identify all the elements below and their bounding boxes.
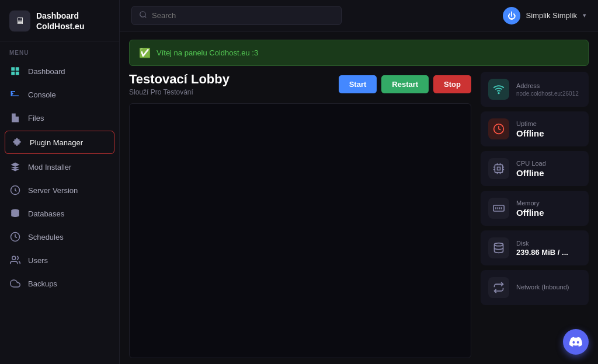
version-icon [9, 184, 21, 196]
server-header: Testovací Lobby Slouží Pro Testování Sta… [129, 72, 471, 96]
sidebar-item-label: Databases [28, 209, 64, 218]
stat-uptime: Uptime Offline [481, 111, 589, 146]
svg-rect-18 [493, 205, 504, 211]
nav-databases[interactable]: Databases [0, 202, 119, 225]
server-title-block: Testovací Lobby Slouží Pro Testování [129, 72, 230, 96]
sidebar-item-label: Dashboard [28, 67, 65, 76]
stat-disk: Disk 239.86 MiB / ... [481, 230, 589, 265]
discord-button[interactable] [563, 329, 589, 355]
memory-icon-box [488, 198, 509, 219]
console-area [129, 103, 471, 358]
dashboard-icon [9, 65, 21, 77]
stat-network-info: Network (Inbound) [516, 284, 569, 292]
svg-rect-9 [498, 167, 500, 170]
start-button[interactable]: Start [339, 75, 377, 93]
brand-icon: 🖥 [15, 16, 25, 26]
wifi-icon [493, 83, 505, 95]
stat-memory-info: Memory Offline [516, 200, 544, 218]
files-icon [9, 112, 21, 124]
user-avatar: ⏻ [503, 7, 520, 24]
sidebar-item-label: Schedules [28, 233, 64, 242]
svg-point-4 [140, 12, 145, 17]
main-area: ⏻ Simplik Simplik ▾ ✅ Vítej na panelu Co… [120, 0, 598, 364]
chevron-down-icon: ▾ [583, 12, 586, 19]
server-actions: Start Restart Stop [339, 75, 471, 93]
console-icon [9, 89, 21, 100]
discord-icon [569, 335, 582, 348]
nav-plugin-manager[interactable]: Plugin Manager [5, 131, 114, 154]
sidebar: 🖥 Dashboard ColdHost.eu MENU Dashboard C… [0, 0, 120, 364]
stat-cpu-info: CPU Load Offline [516, 160, 546, 178]
users-icon [9, 254, 21, 266]
stat-memory-label: Memory [516, 200, 544, 206]
power-icon: ⏻ [507, 11, 516, 20]
stats-panel: Address node.coldhost.eu:26012 Uptime Of… [481, 72, 589, 358]
sidebar-item-label: Plugin Manager [30, 138, 83, 147]
stat-network-label: Network (Inbound) [516, 284, 569, 290]
sidebar-item-label: Files [28, 114, 44, 123]
brand-avatar: 🖥 [9, 10, 30, 32]
sidebar-item-label: Console [28, 90, 56, 99]
banner-message: Vítej na panelu Coldhost.eu :3 [157, 48, 258, 57]
stat-uptime-info: Uptime Offline [516, 120, 544, 138]
search-box[interactable] [131, 6, 342, 25]
sidebar-brand: 🖥 Dashboard ColdHost.eu [0, 0, 119, 41]
nav-files[interactable]: Files [0, 106, 119, 130]
stat-address-label: Address [516, 82, 579, 89]
network-icon [493, 282, 505, 293]
cpu-icon-box [488, 158, 509, 179]
server-main: Testovací Lobby Slouží Pro Testování Sta… [129, 72, 471, 358]
sidebar-item-label: Server Version [28, 186, 78, 195]
topbar: ⏻ Simplik Simplik ▾ [120, 0, 598, 32]
sidebar-item-label: Users [28, 256, 48, 265]
stat-address-info: Address node.coldhost.eu:26012 [516, 82, 579, 97]
server-section: Testovací Lobby Slouží Pro Testování Sta… [120, 72, 598, 364]
stat-cpu: CPU Load Offline [481, 151, 589, 186]
disk-icon [493, 242, 505, 254]
clock-icon [493, 123, 505, 135]
search-icon [139, 10, 147, 20]
svg-rect-8 [495, 164, 502, 172]
mod-icon [9, 161, 21, 173]
stat-network: Network (Inbound) [481, 270, 589, 305]
nav-backups[interactable]: Backups [0, 272, 119, 295]
banner-check-icon: ✅ [139, 47, 151, 58]
backups-icon [9, 278, 21, 289]
svg-line-5 [145, 16, 147, 18]
schedules-icon [9, 231, 21, 243]
nav-dashboard[interactable]: Dashboard [0, 60, 119, 83]
stat-address: Address node.coldhost.eu:26012 [481, 72, 589, 107]
svg-point-23 [495, 243, 503, 246]
restart-button[interactable]: Restart [381, 75, 429, 93]
sidebar-item-label: Mod Installer [28, 163, 71, 172]
user-menu[interactable]: ⏻ Simplik Simplik ▾ [503, 7, 586, 24]
stat-cpu-label: CPU Load [516, 160, 546, 167]
svg-point-6 [498, 93, 499, 94]
nav-schedules[interactable]: Schedules [0, 225, 119, 249]
stat-cpu-value: Offline [516, 168, 546, 178]
disk-icon-box [488, 237, 509, 258]
plugin-icon [11, 136, 23, 148]
content: ✅ Vítej na panelu Coldhost.eu :3 Testova… [120, 32, 598, 364]
banner: ✅ Vítej na panelu Coldhost.eu :3 [129, 40, 589, 66]
stat-address-value: node.coldhost.eu:26012 [516, 90, 579, 97]
stat-disk-value: 239.86 MiB / ... [516, 248, 568, 257]
user-name: Simplik Simplik [526, 11, 577, 20]
brand-title: Dashboard ColdHost.eu [36, 10, 84, 32]
stat-memory-value: Offline [516, 208, 544, 218]
memory-icon [493, 202, 505, 214]
nav-console[interactable]: Console [0, 83, 119, 106]
nav-mod-installer[interactable]: Mod Installer [0, 155, 119, 178]
search-input[interactable] [152, 11, 334, 20]
stat-disk-label: Disk [516, 240, 568, 247]
menu-label: MENU [0, 41, 119, 60]
stat-uptime-value: Offline [516, 128, 544, 138]
nav-server-version[interactable]: Server Version [0, 178, 119, 202]
nav-users[interactable]: Users [0, 249, 119, 272]
sidebar-item-label: Backups [28, 279, 57, 288]
databases-icon [9, 208, 21, 219]
wifi-icon-box [488, 79, 509, 100]
network-icon-box [488, 277, 509, 298]
stop-button[interactable]: Stop [433, 75, 471, 93]
stat-memory: Memory Offline [481, 191, 589, 226]
